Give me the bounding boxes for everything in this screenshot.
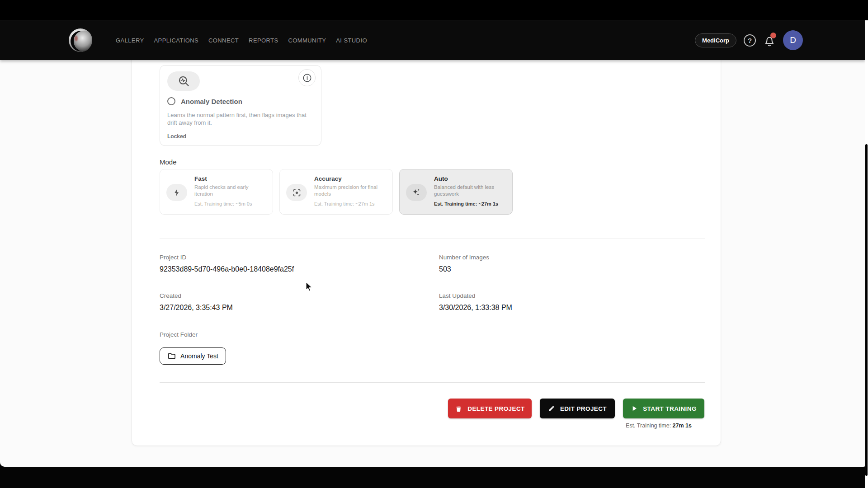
pencil-icon xyxy=(548,405,555,412)
sparkles-icon xyxy=(411,188,421,197)
app-logo[interactable] xyxy=(69,28,92,52)
project-folder-button[interactable]: Anomaly Test xyxy=(160,347,226,365)
mode-card-accuracy[interactable]: Accuracy Maximum precision for final mod… xyxy=(279,169,393,215)
mode-card-auto[interactable]: Auto Balanced default with less guesswor… xyxy=(399,169,513,215)
project-folder-label: Project Folder xyxy=(160,331,198,338)
field-number-of-images: Number of Images 503 xyxy=(439,254,489,273)
option-title-row: Anomaly Detection xyxy=(167,97,242,105)
unread-dot xyxy=(770,33,776,38)
field-label: Created xyxy=(160,292,233,299)
button-label: START TRAINING xyxy=(643,405,697,412)
nav-menu: GALLERY APPLICATIONS CONNECT REPORTS COM… xyxy=(116,37,367,44)
nav-item-applications[interactable]: APPLICATIONS xyxy=(154,37,198,44)
mode-icon-badge xyxy=(286,184,307,201)
start-training-button[interactable]: START TRAINING xyxy=(623,399,704,418)
info-button[interactable] xyxy=(298,69,316,86)
option-status: Locked xyxy=(167,133,186,140)
button-label: DELETE PROJECT xyxy=(467,405,524,412)
nav-item-connect[interactable]: CONNECT xyxy=(208,37,239,44)
mode-est-time: Est. Training time: ~5m 0s xyxy=(194,201,268,206)
mode-section-label: Mode xyxy=(160,158,177,166)
folder-icon xyxy=(167,352,176,361)
mode-card-fast[interactable]: Fast Rapid checks and early iteration Es… xyxy=(160,169,273,215)
project-folder-name: Anomaly Test xyxy=(180,352,218,360)
divider xyxy=(160,382,705,383)
option-card-anomaly-detection[interactable]: Anomaly Detection Learns the normal patt… xyxy=(160,65,321,146)
est-label: Est. Training time: xyxy=(626,422,671,429)
mode-est-time: Est. Training time: ~27m 1s xyxy=(314,201,387,206)
field-last-updated: Last Updated 3/30/2026, 1:33:38 PM xyxy=(439,292,512,312)
scrollbar-thumb[interactable] xyxy=(865,144,868,476)
mode-icon-badge xyxy=(166,184,187,201)
divider xyxy=(160,239,705,239)
mode-title: Accuracy xyxy=(314,175,387,182)
button-label: EDIT PROJECT xyxy=(560,405,607,412)
field-value: 3/27/2026, 3:35:43 PM xyxy=(160,304,233,312)
help-icon[interactable]: ? xyxy=(744,34,756,47)
field-label: Number of Images xyxy=(439,254,489,261)
trash-icon xyxy=(455,405,462,413)
lightning-icon xyxy=(172,188,181,197)
option-title: Anomaly Detection xyxy=(181,98,242,105)
mode-title: Auto xyxy=(434,175,507,182)
notifications-button[interactable] xyxy=(763,34,776,47)
field-label: Project ID xyxy=(160,254,294,261)
nav-item-community[interactable]: COMMUNITY xyxy=(288,37,326,44)
mode-icon-badge xyxy=(406,184,427,201)
project-settings-card: Anomaly Detection Learns the normal patt… xyxy=(132,60,721,446)
field-value: 3/30/2026, 1:33:38 PM xyxy=(439,304,512,312)
radio-anomaly-detection[interactable] xyxy=(167,97,175,105)
nav-item-ai-studio[interactable]: AI STUDIO xyxy=(336,37,367,44)
org-badge[interactable]: MediCorp xyxy=(695,33,736,47)
mode-title: Fast xyxy=(194,175,268,182)
info-icon xyxy=(302,73,312,83)
main-navbar: GALLERY APPLICATIONS CONNECT REPORTS COM… xyxy=(0,20,865,60)
nav-right-cluster: MediCorp ? D xyxy=(695,30,803,50)
nav-item-reports[interactable]: REPORTS xyxy=(249,37,278,44)
avatar[interactable]: D xyxy=(783,30,803,50)
est-value: 27m 1s xyxy=(673,422,692,429)
field-value: 503 xyxy=(439,265,489,273)
mode-description: Balanced default with less guesswork xyxy=(434,184,507,197)
est-training-time: Est. Training time: 27m 1s xyxy=(626,422,692,429)
window-top-bar xyxy=(0,0,868,20)
field-created: Created 3/27/2026, 3:35:43 PM xyxy=(160,292,233,312)
field-label: Last Updated xyxy=(439,292,512,299)
search-activity-icon xyxy=(178,75,190,87)
action-buttons-row: DELETE PROJECT EDIT PROJECT START TRAINI… xyxy=(448,399,704,418)
mode-description: Maximum precision for final models xyxy=(314,184,387,197)
mode-options-row: Fast Rapid checks and early iteration Es… xyxy=(160,169,513,215)
page-content: Anomaly Detection Learns the normal patt… xyxy=(0,60,868,467)
option-icon-badge xyxy=(167,71,200,91)
delete-project-button[interactable]: DELETE PROJECT xyxy=(448,399,532,418)
play-icon xyxy=(631,405,638,412)
nav-item-gallery[interactable]: GALLERY xyxy=(116,37,144,44)
mode-est-time: Est. Training time: ~27m 1s xyxy=(434,201,507,206)
mode-description: Rapid checks and early iteration xyxy=(194,184,268,197)
field-value: 92353d89-5d70-496a-b0e0-18408e9fa25f xyxy=(160,265,294,273)
focus-icon xyxy=(292,188,302,197)
field-project-id: Project ID 92353d89-5d70-496a-b0e0-18408… xyxy=(160,254,294,273)
option-description: Learns the normal pattern first, then fl… xyxy=(167,111,316,127)
scrollbar-track xyxy=(865,20,868,488)
edit-project-button[interactable]: EDIT PROJECT xyxy=(540,399,615,418)
